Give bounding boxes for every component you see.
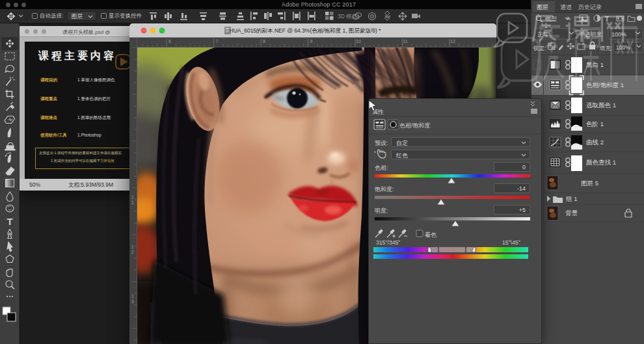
- svg-text:3: 3: [131, 299, 134, 304]
- svg-text:2: 2: [131, 250, 134, 254]
- svg-text:11: 11: [403, 39, 408, 44]
- svg-text:3D 模式:: 3D 模式:: [338, 13, 359, 20]
- svg-text:7: 7: [216, 39, 219, 44]
- svg-text:100%: 100%: [616, 44, 630, 51]
- svg-text:图层 5: 图层 5: [581, 179, 598, 187]
- svg-text:10: 10: [356, 39, 361, 44]
- svg-text:色阶 1: 色阶 1: [586, 120, 604, 127]
- svg-text:正常: 正常: [537, 31, 549, 38]
- svg-text:1: 1: [131, 245, 134, 249]
- svg-text:曲线 2: 曲线 2: [586, 139, 604, 146]
- svg-text:1: 1: [131, 195, 134, 200]
- svg-text:组 1: 组 1: [566, 195, 577, 202]
- svg-text:T: T: [7, 216, 12, 227]
- svg-text:1: 1: [131, 294, 134, 298]
- svg-text:不透明度:: 不透明度:: [579, 31, 603, 38]
- svg-text:100%: 100%: [611, 31, 626, 38]
- svg-text:9: 9: [310, 39, 313, 44]
- svg-text:1: 1: [131, 200, 134, 205]
- svg-text:黑白 1: 黑白 1: [586, 61, 604, 68]
- svg-text:8: 8: [263, 39, 265, 44]
- svg-text:锁定:: 锁定:: [533, 45, 546, 51]
- svg-text:选取颜色 1: 选取颜色 1: [586, 101, 616, 109]
- svg-text:背景: 背景: [565, 209, 578, 217]
- svg-text:6: 6: [168, 39, 171, 44]
- svg-text:颜色查找 1: 颜色查找 1: [586, 159, 616, 166]
- svg-text:12: 12: [450, 39, 455, 44]
- svg-text:填充:: 填充:: [599, 45, 612, 51]
- svg-text:色相/饱和度 1: 色相/饱和度 1: [586, 81, 624, 88]
